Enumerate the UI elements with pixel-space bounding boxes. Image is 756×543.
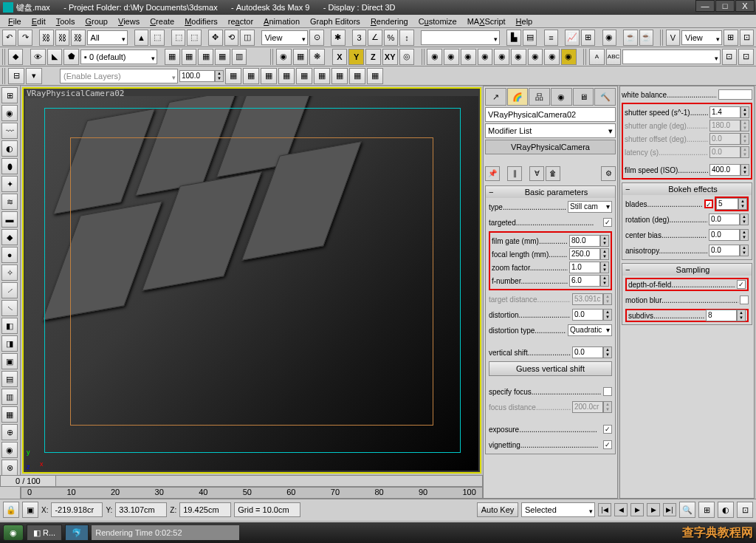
- reactor-tool-20[interactable]: ⊕: [1, 424, 18, 440]
- targeted-check[interactable]: ✓: [603, 218, 612, 227]
- enable-layers-dropdown[interactable]: (Enable Layers): [60, 69, 178, 83]
- select-rect-button[interactable]: ⬚: [171, 30, 185, 46]
- guess-vshift-button[interactable]: Guess vertical shift: [489, 361, 612, 376]
- extras-btn-2[interactable]: ▦: [243, 68, 259, 84]
- snap-btn-6[interactable]: ◉: [511, 49, 526, 65]
- distortion-input[interactable]: 0.0: [572, 309, 603, 321]
- focal-length-input[interactable]: 250.0: [569, 248, 600, 260]
- goto-end-button[interactable]: ▶|: [663, 503, 676, 516]
- menu-modifiers[interactable]: Modifiers: [179, 17, 223, 26]
- extras-btn-5[interactable]: ▦: [296, 68, 312, 84]
- window-crossing-button[interactable]: ⬚: [187, 30, 201, 46]
- material-editor-button[interactable]: ◉: [602, 30, 616, 46]
- hierarchy-tab[interactable]: 品: [529, 88, 550, 106]
- snap-btn-8[interactable]: ◉: [544, 49, 560, 65]
- focal-length-spinner[interactable]: ▲▼: [600, 248, 609, 260]
- reactor-tool-8[interactable]: ▬: [1, 211, 18, 228]
- prev-frame-button[interactable]: ◀: [614, 503, 628, 516]
- poly-btn-2[interactable]: 👁: [30, 49, 46, 65]
- snap-btn-1[interactable]: ◉: [427, 49, 442, 65]
- reactor-tool-19[interactable]: ▦: [1, 406, 18, 423]
- menu-animation[interactable]: Animation: [258, 17, 305, 26]
- play-button[interactable]: ▶: [630, 503, 644, 516]
- reactor-tool-4[interactable]: ◐: [1, 140, 18, 157]
- key-mode-dropdown[interactable]: Selected: [521, 502, 595, 517]
- reactor-tool-16[interactable]: ▣: [1, 353, 18, 369]
- motion-blur-check[interactable]: [740, 296, 749, 304]
- zoom-factor-input[interactable]: 1.0: [569, 262, 600, 273]
- coord-z[interactable]: 19.425cm: [179, 502, 231, 517]
- film-gate-spinner[interactable]: ▲▼: [600, 235, 609, 247]
- reactor-tool-7[interactable]: ≋: [1, 194, 18, 210]
- reactor-tool-12[interactable]: ⟋: [1, 282, 18, 298]
- time-slider-thumb[interactable]: 0 / 100: [0, 475, 56, 487]
- view2-dropdown[interactable]: View: [681, 30, 722, 45]
- poly-btn-4[interactable]: ⬟: [63, 49, 79, 65]
- reactor-tool-1[interactable]: ⊞: [1, 87, 18, 103]
- display-tab[interactable]: 🖥: [573, 88, 594, 106]
- snap-toggle-button[interactable]: 3: [352, 30, 366, 46]
- bind-button[interactable]: ⛓: [71, 30, 85, 46]
- menu-rendering[interactable]: Rendering: [365, 17, 413, 26]
- taskbar-item-2[interactable]: 🐬: [65, 525, 89, 541]
- goto-start-button[interactable]: |◀: [598, 503, 611, 516]
- layout-btn-2[interactable]: ▾: [26, 68, 42, 84]
- render-scene-button[interactable]: ☕: [623, 30, 637, 46]
- layer-btn-3[interactable]: ▦: [198, 49, 213, 65]
- mirror-button[interactable]: ▙: [506, 30, 520, 46]
- close-button[interactable]: X: [735, 0, 755, 12]
- select-scale-button[interactable]: ◫: [240, 30, 254, 46]
- reactor-tool-17[interactable]: ▤: [1, 371, 18, 387]
- film-gate-input[interactable]: 80.0: [569, 235, 600, 247]
- reactor-btn-1[interactable]: ◉: [276, 49, 292, 65]
- extras-btn-6[interactable]: ▦: [314, 68, 330, 84]
- select-name-button[interactable]: ⬚: [150, 30, 164, 46]
- snap-btn-7[interactable]: ◉: [528, 49, 543, 65]
- abc-btn-1[interactable]: A: [589, 49, 605, 65]
- subdivs-input[interactable]: 8: [706, 310, 737, 321]
- constraint-button[interactable]: ◎: [399, 49, 415, 65]
- extras-btn-3[interactable]: ▦: [261, 68, 277, 84]
- abc-btn-2[interactable]: ABC: [606, 49, 622, 65]
- menu-tools[interactable]: Tools: [51, 17, 80, 26]
- reactor-tool-15[interactable]: ◨: [1, 335, 18, 352]
- layer-btn-2[interactable]: ▦: [182, 49, 197, 65]
- menu-group[interactable]: Group: [80, 17, 113, 26]
- dof-check[interactable]: ✓: [737, 280, 746, 289]
- reactor-tool-5[interactable]: ⬮: [1, 158, 18, 174]
- layer-btn-4[interactable]: ▦: [215, 49, 230, 65]
- f-number-spinner[interactable]: ▲▼: [600, 275, 609, 287]
- menu-edit[interactable]: Edit: [27, 17, 51, 26]
- axis-xy-button[interactable]: XY: [382, 49, 398, 65]
- named-selection-dropdown[interactable]: [421, 30, 500, 45]
- extras-btn-8[interactable]: ▦: [349, 68, 365, 84]
- select-move-button[interactable]: ✥: [208, 30, 222, 46]
- snap-btn-9[interactable]: ◉: [561, 49, 577, 65]
- maximize-button[interactable]: □: [715, 0, 735, 12]
- f-number-input[interactable]: 6.0: [569, 275, 600, 287]
- axis-x-button[interactable]: X: [332, 49, 348, 65]
- quick-render-button[interactable]: ☕: [639, 30, 653, 46]
- layer-button[interactable]: ≡: [544, 30, 558, 46]
- shutter-speed-input[interactable]: 1.4: [709, 106, 740, 118]
- vertical-shift-input[interactable]: 0.0: [572, 346, 603, 358]
- blades-check[interactable]: ✓: [704, 199, 713, 208]
- create-tab[interactable]: ↗: [485, 88, 506, 106]
- manipulate-button[interactable]: ✱: [331, 30, 345, 46]
- subdivs-spinner[interactable]: ▲▼: [737, 310, 746, 321]
- object-name-input[interactable]: VRayPhysicalCamera02: [485, 107, 616, 122]
- menu-reactor[interactable]: reactor: [223, 17, 258, 26]
- minimize-button[interactable]: —: [695, 0, 715, 12]
- v-button[interactable]: V: [666, 30, 680, 46]
- reactor-tool-21[interactable]: ◉: [1, 442, 18, 458]
- exposure-check[interactable]: ✓: [603, 425, 612, 434]
- lock-button[interactable]: 🔒: [3, 502, 19, 518]
- menu-views[interactable]: Views: [113, 17, 145, 26]
- snap-btn-3[interactable]: ◉: [461, 49, 476, 65]
- reactor-tool-3[interactable]: 〰: [1, 123, 18, 139]
- sel-set-dropdown[interactable]: [622, 49, 720, 64]
- reactor-tool-14[interactable]: ◧: [1, 318, 18, 334]
- abs-button[interactable]: ▣: [22, 502, 38, 518]
- reactor-tool-22[interactable]: ⊗: [1, 460, 18, 476]
- selection-filter-dropdown[interactable]: All: [87, 30, 128, 45]
